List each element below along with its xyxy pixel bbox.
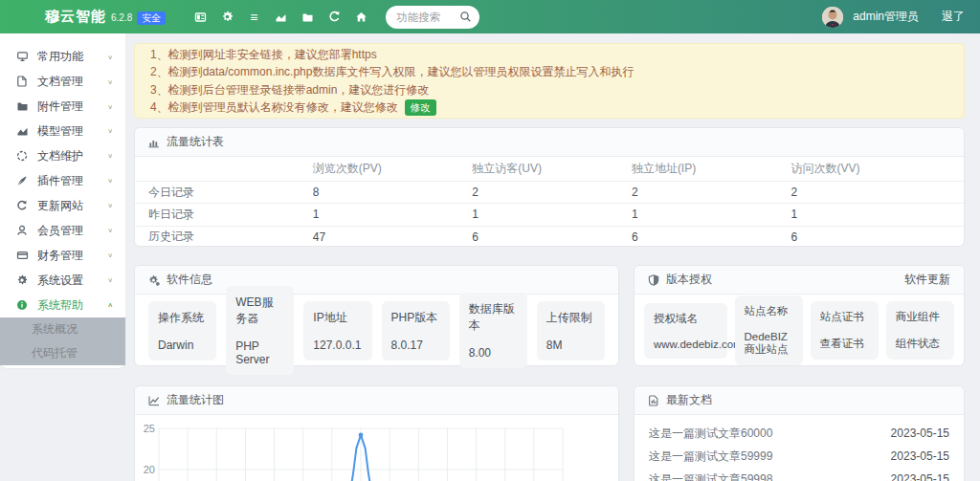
license-value: www.dedebiz.com [654, 339, 718, 350]
sidebar-item-finance[interactable]: 财务管理 ∨ [0, 243, 125, 268]
sidebar-item-label: 文档管理 [37, 74, 83, 90]
home-icon[interactable] [347, 7, 374, 28]
main-content: 1、检测到网址非安全链接，建议您部署https 2、检测到data/common… [134, 43, 965, 481]
sidebar-item-label: 常用功能 [37, 49, 83, 65]
alert-line: 3、检测到后台管理登录链接带admin，建议您进行修改 [150, 81, 948, 99]
info-label: 数据库版本 [469, 301, 518, 334]
table-header-cell: 浏览次数(PV) [313, 161, 473, 177]
panel-title: 版本授权 [666, 272, 712, 288]
traffic-chart: 2520 [135, 415, 618, 481]
panel-header: 流量统计表 [135, 128, 964, 157]
chart-icon [15, 125, 29, 137]
user-name[interactable]: admin管理员 [853, 9, 919, 25]
topbar-icons: ≡ [187, 7, 374, 28]
software-update-link[interactable]: 软件更新 [904, 272, 950, 288]
info-row: 软件信息 操作系统 Darwin WEB服务器 PHP Server IP地址 … [134, 265, 965, 366]
submenu-item-code-hosting[interactable]: 代码托管 [0, 341, 125, 365]
sidebar-item-label: 系统设置 [37, 273, 83, 289]
sidebar-item-models[interactable]: 模型管理 ∨ [0, 119, 125, 143]
chevron-down-icon: ∨ [107, 177, 113, 184]
info-box-ip: IP地址 127.0.0.1 [303, 301, 371, 361]
list-item: 这是一篇测试文章60000 2023-05-15 [649, 422, 949, 445]
chevron-down-icon: ∨ [107, 127, 113, 134]
chevron-down-icon: ∨ [107, 53, 113, 59]
panel-icon[interactable] [187, 7, 213, 28]
area-chart-icon[interactable] [267, 7, 294, 28]
panel-header: 流量统计图 [135, 386, 618, 415]
license-label: 站点名称 [745, 304, 793, 318]
table-header-row: 浏览次数(PV) 独立访客(UV) 独立地址(IP) 访问次数(VV) [135, 157, 964, 181]
doc-date: 2023-05-15 [891, 472, 949, 481]
info-label: IP地址 [313, 310, 362, 326]
display-icon [15, 51, 29, 62]
shield-icon [648, 274, 659, 286]
chevron-down-icon: ∨ [107, 77, 113, 84]
info-value: 127.0.0.1 [313, 339, 362, 352]
sidebar-item-maintenance[interactable]: 文档维护 ∨ [0, 143, 125, 168]
license-label: 商业组件 [896, 310, 945, 324]
sidebar-item-plugins[interactable]: 插件管理 ∨ [0, 168, 125, 193]
cell-value: 8 [313, 186, 473, 199]
sidebar-item-label: 模型管理 [37, 123, 83, 140]
sidebar-item-members[interactable]: 会员管理 ∨ [0, 218, 125, 243]
view-cert-link[interactable]: 查看证书 [820, 337, 869, 351]
brand-version: 6.2.8 [111, 12, 132, 23]
security-badge[interactable]: 安全 [137, 11, 166, 25]
sidebar: 常用功能 ∨ 文档管理 ∨ 附件管理 ∨ 模型管理 ∨ 文档维护 ∨ 插件管理 … [0, 33, 125, 368]
chevron-up-icon: ∧ [107, 301, 113, 308]
cell-value: 6 [791, 230, 950, 244]
panel-header: 最新文档 [635, 386, 964, 415]
cell-value: 1 [632, 208, 791, 221]
alert-text: 2、检测到data/common.inc.php数据库文件写入权限，建议您以管理… [150, 63, 634, 81]
list-item: 这是一篇测试文章59999 2023-05-15 [649, 445, 949, 468]
avatar[interactable] [822, 7, 843, 28]
sidebar-item-attachments[interactable]: 附件管理 ∨ [0, 94, 125, 119]
sidebar-item-settings[interactable]: 系统设置 ∨ [0, 268, 125, 293]
document-icon [648, 395, 659, 406]
sidebar-item-update-site[interactable]: 更新网站 ∨ [0, 193, 125, 218]
cell-value: 2 [472, 186, 632, 199]
bar-chart-icon [148, 137, 160, 148]
line-chart-icon [148, 395, 160, 406]
alert-text: 1、检测到网址非安全链接，建议您部署https [150, 46, 377, 64]
cell-value: 47 [313, 230, 473, 244]
submenu-item-overview[interactable]: 系统概况 [0, 317, 125, 341]
chevron-down-icon: ∨ [107, 276, 113, 283]
license-label: 授权域名 [654, 312, 718, 326]
refresh-icon[interactable] [321, 7, 347, 28]
license-panel: 版本授权 软件更新 授权域名 www.dedebiz.com 站点名称 Dede… [634, 265, 965, 366]
doc-title-link[interactable]: 这是一篇测试文章60000 [649, 426, 772, 442]
panel-title: 软件信息 [167, 272, 212, 288]
topbar: 穆云智能 6.2.8 安全 ≡ admin管理员 [0, 0, 980, 33]
sidebar-item-documents[interactable]: 文档管理 ∨ [0, 69, 125, 94]
alert-line: 4、检测到管理员默认名称没有修改，建议您修改 修改 [150, 98, 948, 117]
info-box-os: 操作系统 Darwin [148, 301, 216, 361]
component-status-link[interactable]: 组件状态 [896, 337, 945, 351]
fix-button[interactable]: 修改 [405, 99, 436, 116]
traffic-stats-panel: 流量统计表 浏览次数(PV) 独立访客(UV) 独立地址(IP) 访问次数(VV… [134, 127, 965, 247]
logout-link[interactable]: 退了 [942, 9, 965, 25]
user-icon [15, 225, 29, 236]
alert-text: 4、检测到管理员默认名称没有修改，建议您修改 [150, 98, 398, 117]
search-box [386, 6, 479, 29]
sidebar-item-label: 更新网站 [37, 198, 83, 214]
sidebar-item-help[interactable]: 系统帮助 ∧ [0, 293, 125, 317]
sidebar-item-label: 插件管理 [37, 173, 83, 189]
gear-icon[interactable] [213, 7, 240, 28]
table-header-cell: 独立访客(UV) [472, 161, 632, 177]
refresh-icon [15, 200, 29, 211]
panel-title: 最新文档 [666, 392, 712, 408]
sidebar-item-common[interactable]: 常用功能 ∨ [0, 44, 125, 69]
doc-title-link[interactable]: 这是一篇测试文章59998 [649, 471, 772, 481]
gears-icon [148, 274, 160, 286]
menu-icon[interactable]: ≡ [240, 7, 267, 28]
license-box-sitename: 站点名称 DedeBIZ商业站点 [735, 295, 803, 365]
doc-title-link[interactable]: 这是一篇测试文章59999 [649, 448, 772, 465]
alert-line: 1、检测到网址非安全链接，建议您部署https [150, 46, 948, 64]
info-value: Darwin [158, 339, 207, 352]
search-icon[interactable] [459, 11, 472, 26]
folder-icon[interactable] [294, 7, 321, 28]
license-box-cert: 站点证书 查看证书 [811, 301, 879, 360]
doc-date: 2023-05-15 [891, 426, 949, 440]
folder-icon [15, 100, 29, 112]
